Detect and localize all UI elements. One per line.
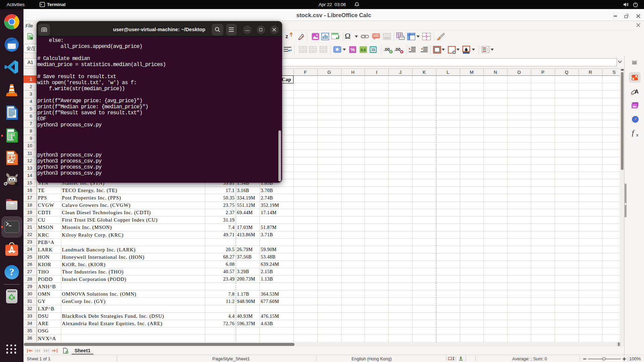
svg-text:15: 15 [371, 48, 375, 52]
svg-text:?: ? [9, 266, 14, 277]
svg-text:A: A [635, 89, 639, 95]
svg-text:0.0: 0.0 [361, 48, 366, 52]
svg-text:%: % [351, 47, 355, 52]
